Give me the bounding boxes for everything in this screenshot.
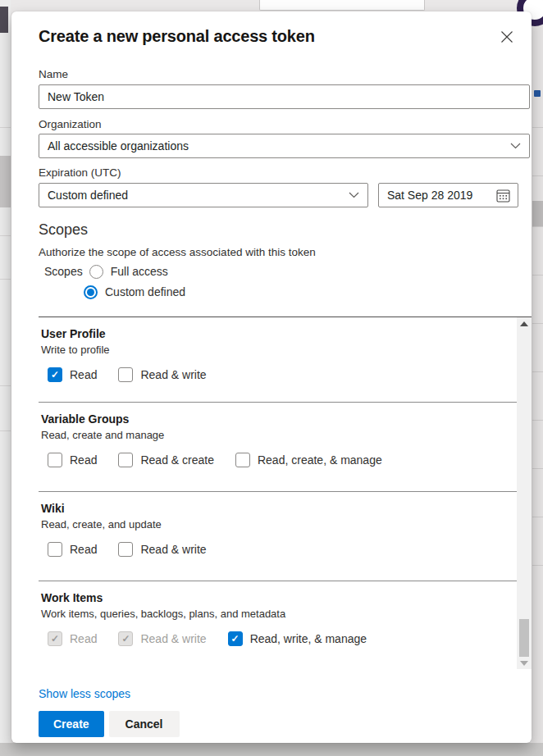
expiration-value: Custom defined [48,189,128,202]
checkbox-row: Read Read & write Read, write, & manage [41,631,517,646]
section-description: Work items, queries, backlogs, plans, an… [41,608,517,621]
scrollbar-up-icon [520,321,528,326]
checkbox-wiki-read[interactable]: Read [48,542,97,557]
section-title: User Profile [41,326,517,341]
custom-defined-label: Custom defined [105,285,185,298]
full-access-radio[interactable] [89,265,103,279]
expiration-dropdown[interactable]: Custom defined [39,183,368,207]
checkbox-variable-groups-read-create[interactable]: Read & create [118,453,214,467]
background-search-box [259,0,425,11]
checkbox-work-items-read: Read [48,631,97,646]
checkbox-icon [48,367,62,382]
background-hover-row [532,201,543,226]
checkbox-row: Read Read & write [41,367,517,382]
name-label: Name [39,67,518,82]
custom-defined-radio[interactable] [84,285,98,299]
name-input[interactable] [39,84,530,109]
expiration-date-value: Sat Sep 28 2019 [387,189,472,202]
expiration-date-picker[interactable]: Sat Sep 28 2019 [378,183,518,207]
chevron-down-icon [349,192,359,198]
show-less-scopes-link[interactable]: Show less scopes [39,686,130,701]
section-title: Work Items [41,590,517,605]
scope-section-wiki: Wiki Read, create, and update Read Read … [39,492,517,581]
dialog-footer: Create Cancel [39,711,518,737]
scopes-description: Authorize the scope of access associated… [39,245,518,259]
create-pat-dialog: Create a new personal access token Name … [11,11,532,743]
dialog-title: Create a new personal access token [39,25,315,48]
checkbox-icon [235,453,250,467]
scope-list-content: User Profile Write to profile Read Read … [39,317,517,669]
calendar-icon [496,189,510,203]
checkbox-user-profile-read[interactable]: Read [48,367,97,382]
organization-label: Organization [39,117,518,132]
scopes-heading: Scopes [39,220,518,239]
section-description: Read, create and manage [41,429,517,442]
checkbox-icon [48,542,62,557]
checkbox-row: Read Read & create Read, create, & manag… [41,453,517,467]
cancel-button[interactable]: Cancel [109,711,180,737]
section-description: Write to profile [41,344,517,357]
checkbox-icon [118,453,133,467]
checkbox-variable-groups-read-create-manage[interactable]: Read, create, & manage [235,453,382,467]
scopes-group-label: Scopes [44,265,83,278]
section-title: Wiki [41,501,517,516]
checkbox-work-items-read-write: Read & write [118,631,206,646]
checkbox-icon [118,367,133,382]
expiration-row: Custom defined Sat Sep 28 2019 [39,183,518,207]
organization-value: All accessible organizations [48,139,189,153]
scope-section-variable-groups: Variable Groups Read, create and manage … [39,403,517,492]
background-selected-row [0,156,11,207]
background-right-strip [532,11,543,756]
background-left-strip [0,0,11,756]
checkbox-work-items-read-write-manage[interactable]: Read, write, & manage [228,631,367,646]
expiration-label: Expiration (UTC) [39,166,518,180]
full-access-label: Full access [111,265,168,278]
dialog-header: Create a new personal access token [39,25,518,48]
checkbox-icon [118,631,133,646]
scrollbar-thumb[interactable] [519,619,529,657]
close-icon [500,30,513,43]
scope-section-user-profile: User Profile Write to profile Read Read … [39,317,517,403]
checkbox-icon [118,542,133,557]
scope-option-full-access: Scopes Full access [44,263,518,280]
section-title: Variable Groups [41,412,517,426]
scrollbar-down-button[interactable] [517,657,532,669]
checkbox-row: Read Read & write [41,542,517,557]
checkbox-user-profile-read-write[interactable]: Read & write [118,367,206,382]
scope-section-work-items: Work Items Work items, queries, backlogs… [39,581,517,669]
chevron-down-icon [510,143,521,149]
checkbox-wiki-read-write[interactable]: Read & write [118,542,206,557]
scope-option-custom-defined: Custom defined [84,284,518,300]
background-list-icon [534,90,541,97]
organization-dropdown[interactable]: All accessible organizations [39,134,530,158]
background-bottom-strip [0,743,543,756]
create-button[interactable]: Create [39,711,104,737]
background-nav-block [0,7,8,33]
section-description: Read, create, and update [41,518,517,531]
scrollbar-down-icon [520,661,528,666]
checkbox-icon [48,453,62,467]
checkbox-variable-groups-read[interactable]: Read [48,453,97,467]
close-button[interactable] [497,27,517,47]
scrollbar-up-button[interactable] [517,317,532,330]
scope-list-scrollbar[interactable] [517,317,532,669]
scrollbar-track[interactable] [517,330,532,657]
checkbox-icon [48,631,62,646]
scope-list: User Profile Write to profile Read Read … [39,317,532,669]
checkbox-icon [228,631,243,646]
